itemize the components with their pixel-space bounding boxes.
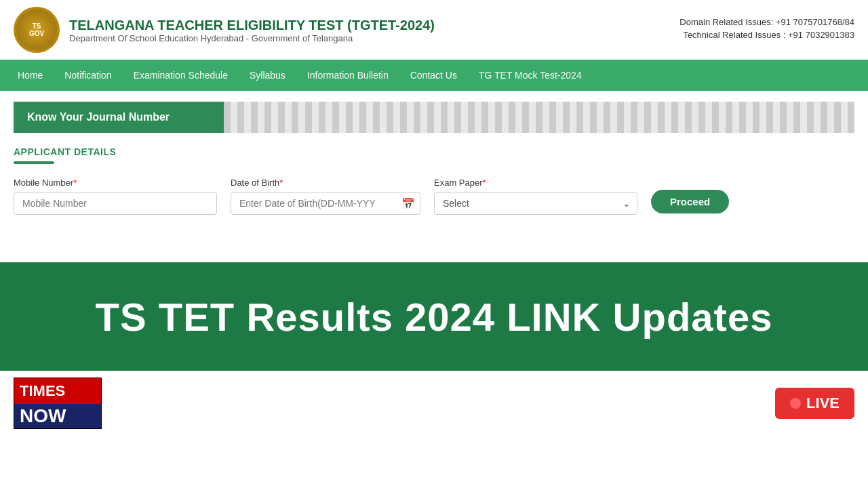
logo-inner: TSGOV — [16, 9, 57, 50]
exam-paper-wrapper: Select Paper I Paper II ⌄ — [434, 192, 637, 215]
nav-mock-test[interactable]: TG TET Mock Test-2024 — [468, 60, 593, 91]
exam-paper-label: Exam Paper* — [434, 178, 637, 188]
nav-exam-schedule[interactable]: Examination Schedule — [123, 60, 239, 91]
logo: TSGOV — [14, 7, 60, 53]
main-nav: Home Notification Examination Schedule S… — [0, 60, 868, 91]
nav-notification[interactable]: Notification — [54, 60, 122, 91]
technical-issues: Technical Related Issues : +91 703290138… — [679, 30, 854, 40]
section-title: Know Your Journal Number — [14, 102, 224, 133]
nav-syllabus[interactable]: Syllabus — [239, 60, 296, 91]
header-text: TELANGANA TEACHER ELIGIBILITY TEST (TGTE… — [69, 17, 435, 43]
dob-label: Date of Birth* — [231, 178, 420, 188]
mobile-label: Mobile Number* — [14, 178, 217, 188]
header-left: TSGOV TELANGANA TEACHER ELIGIBILITY TEST… — [14, 7, 435, 53]
exam-paper-select[interactable]: Select Paper I Paper II — [434, 192, 637, 215]
domain-issues: Domain Related Issues: +91 7075701768/84 — [679, 17, 854, 27]
form-row: Mobile Number* Date of Birth* 📅 Exam Pap… — [14, 178, 854, 215]
banner-text: TS TET Results 2024 LINK Updates — [96, 294, 773, 340]
applicant-details-label: APPLICANT DETAILS — [14, 146, 854, 157]
now-label: NOW — [14, 404, 101, 428]
green-underline — [14, 161, 54, 164]
dob-group: Date of Birth* 📅 — [231, 178, 420, 215]
mobile-input[interactable] — [14, 192, 217, 215]
live-label: LIVE — [806, 394, 840, 412]
dob-wrapper: 📅 — [231, 192, 420, 215]
site-title: TELANGANA TEACHER ELIGIBILITY TEST (TGTE… — [69, 17, 435, 33]
exam-paper-group: Exam Paper* Select Paper I Paper II ⌄ — [434, 178, 637, 215]
contact-info: Domain Related Issues: +91 7075701768/84… — [679, 17, 854, 43]
header: TSGOV TELANGANA TEACHER ELIGIBILITY TEST… — [0, 0, 868, 60]
nav-contact-us[interactable]: Contact Us — [399, 60, 468, 91]
nav-info-bulletin[interactable]: Information Bulletin — [296, 60, 399, 91]
nav-home[interactable]: Home — [7, 60, 54, 91]
site-subtitle: Department Of School Education Hyderabad… — [69, 33, 435, 43]
mobile-group: Mobile Number* — [14, 178, 217, 215]
live-dot-icon — [790, 398, 801, 409]
times-label: TIMES — [14, 378, 101, 404]
live-badge: LIVE — [775, 388, 854, 419]
bottom-bar: TIMES NOW LIVE — [0, 371, 868, 436]
dob-input[interactable] — [231, 192, 420, 215]
form-area: APPLICANT DETAILS Mobile Number* Date of… — [0, 133, 868, 235]
results-banner: TS TET Results 2024 LINK Updates — [0, 262, 868, 371]
section-pattern — [224, 102, 854, 133]
calendar-icon[interactable]: 📅 — [401, 197, 415, 210]
times-now-logo: TIMES NOW — [14, 378, 102, 429]
proceed-button[interactable]: Proceed — [651, 190, 729, 214]
section-header-bar: Know Your Journal Number — [14, 102, 854, 133]
